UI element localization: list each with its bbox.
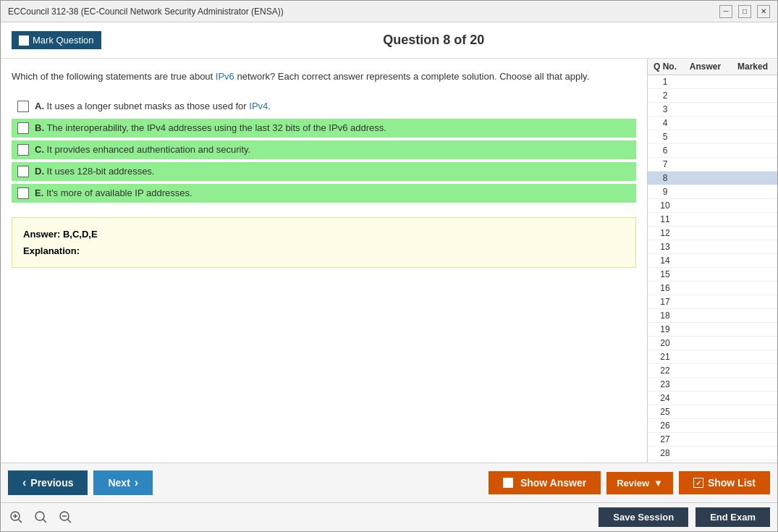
option-c-checkbox[interactable] [17,144,29,156]
qno-marked [731,187,774,197]
qno-row[interactable]: 14 [648,254,777,268]
main-window: ECCouncil 312-38 (EC-Council Network Sec… [0,0,778,532]
qno-number: 26 [651,421,680,431]
qno-number: 1 [651,77,680,87]
qno-row[interactable]: 12 [648,227,777,240]
save-session-button[interactable]: Save Session [599,507,688,527]
review-dropdown-icon: ▼ [654,478,663,489]
qno-marked [731,269,774,279]
qno-row[interactable]: 26 [648,419,777,433]
review-button[interactable]: Review ▼ [606,472,673,494]
zoom-out-button[interactable] [57,509,75,526]
option-d-text: D. It uses 128-bit addresses. [35,166,154,177]
qno-answer [680,173,731,183]
show-answer-button[interactable]: Show Answer [489,471,601,494]
qno-marked [731,173,774,183]
qno-row[interactable]: 13 [648,240,777,254]
end-exam-button[interactable]: End Exam [695,507,770,527]
close-button[interactable]: ✕ [757,5,770,18]
option-e-checkbox[interactable] [17,187,29,199]
save-session-label: Save Session [613,512,674,523]
qno-row[interactable]: 1 [648,75,777,89]
qno-row[interactable]: 22 [648,364,777,378]
qno-row[interactable]: 18 [648,309,777,323]
qno-number: 23 [651,379,680,389]
maximize-button[interactable]: □ [738,5,751,18]
qno-marked [731,283,774,293]
qno-answer [680,269,731,279]
option-e[interactable]: E. It's more of available IP addresses. [12,184,636,203]
qno-answer [680,242,731,252]
qno-row[interactable]: 19 [648,323,777,337]
qno-row[interactable]: 20 [648,337,777,350]
svg-line-8 [68,519,72,523]
show-list-button[interactable]: ✓ Show List [679,471,770,494]
zoom-in-button[interactable] [8,509,25,526]
qno-marked [731,159,774,169]
qno-marked [731,228,774,238]
option-a[interactable]: A. It uses a longer subnet masks as thos… [12,97,636,116]
qno-answer [680,132,731,142]
main-content: Which of the following statements are tr… [1,59,777,463]
qno-answer [680,214,731,224]
qno-answer [680,145,731,156]
qno-row[interactable]: 24 [648,392,777,405]
qno-row[interactable]: 25 [648,405,777,419]
option-d[interactable]: D. It uses 128-bit addresses. [12,162,636,181]
qno-row[interactable]: 6 [648,144,777,158]
qno-rows-container: 1 2 3 4 5 6 7 8 [648,75,777,463]
qno-row[interactable]: 27 [648,433,777,447]
qno-row[interactable]: 3 [648,103,777,117]
qno-answer [680,104,731,114]
qno-number: 24 [651,393,680,403]
ipv6-highlight: IPv6 [216,71,234,82]
col-marked: Marked [731,62,774,72]
option-c[interactable]: C. It provides enhanced authentication a… [12,140,636,159]
explanation-line: Explanation: [23,245,625,256]
qno-number: 19 [651,324,680,334]
qno-answer [680,297,731,307]
options-list: A. It uses a longer subnet masks as thos… [12,97,636,203]
qno-row[interactable]: 17 [648,295,777,309]
question-text: Which of the following statements are tr… [12,69,636,84]
qno-row[interactable]: 16 [648,282,777,295]
svg-line-5 [43,519,47,523]
qno-row[interactable]: 23 [648,378,777,392]
qno-marked [731,104,774,114]
option-b-checkbox[interactable] [17,122,29,134]
answer-value: B,C,D,E [63,229,98,240]
next-button[interactable]: Next › [93,470,153,495]
qno-marked [731,311,774,321]
review-label: Review [617,478,649,489]
qno-answer [680,338,731,348]
qno-answer [680,324,731,334]
zoom-normal-button[interactable] [33,509,50,526]
qno-number: 16 [651,283,680,293]
qno-number: 5 [651,132,680,142]
mark-question-button[interactable]: Mark Question [12,31,101,49]
option-a-checkbox[interactable] [17,101,29,112]
qno-row[interactable]: 5 [648,130,777,144]
qno-row[interactable]: 15 [648,268,777,282]
qno-row[interactable]: 2 [648,89,777,103]
qno-marked [731,338,774,348]
qno-answer [680,159,731,169]
qno-answer [680,311,731,321]
qno-row[interactable]: 4 [648,117,777,130]
previous-button[interactable]: ‹ Previous [8,470,88,495]
qno-answer [680,228,731,238]
qno-row[interactable]: 8 [648,172,777,185]
qno-marked [731,434,774,444]
qno-row[interactable]: 21 [648,350,777,364]
qno-row[interactable]: 9 [648,185,777,199]
option-d-checkbox[interactable] [17,166,29,177]
qno-row[interactable]: 7 [648,158,777,172]
qno-row[interactable]: 28 [648,447,777,460]
qno-row[interactable]: 10 [648,199,777,213]
previous-chevron-icon: ‹ [22,476,26,489]
qno-marked [731,448,774,458]
option-b[interactable]: B. The interoperability, the IPv4 addres… [12,119,636,138]
qno-marked [731,297,774,307]
qno-row[interactable]: 11 [648,213,777,227]
minimize-button[interactable]: ─ [719,5,732,18]
